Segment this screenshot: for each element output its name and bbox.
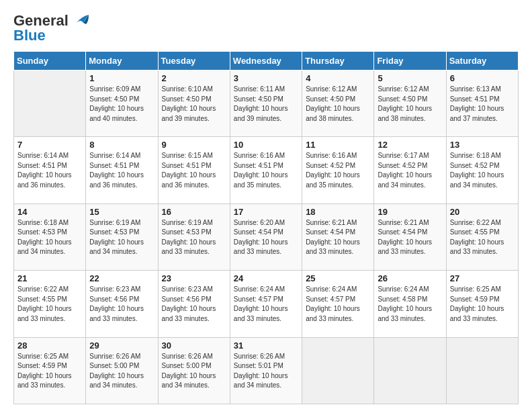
day-number: 19	[378, 207, 442, 217]
day-number: 31	[234, 340, 298, 351]
logo-bird-icon	[70, 13, 90, 28]
day-info: Sunrise: 6:16 AM Sunset: 4:52 PM Dayligh…	[306, 151, 370, 190]
day-cell: 8Sunrise: 6:14 AM Sunset: 4:51 PM Daylig…	[86, 137, 158, 203]
week-row-4: 21Sunrise: 6:22 AM Sunset: 4:55 PM Dayli…	[14, 271, 519, 337]
day-cell: 17Sunrise: 6:20 AM Sunset: 4:54 PM Dayli…	[230, 203, 302, 270]
day-info: Sunrise: 6:16 AM Sunset: 4:51 PM Dayligh…	[234, 151, 298, 190]
day-info: Sunrise: 6:23 AM Sunset: 4:56 PM Dayligh…	[89, 285, 154, 324]
day-info: Sunrise: 6:18 AM Sunset: 4:53 PM Dayligh…	[17, 218, 82, 257]
day-number: 22	[89, 273, 154, 283]
day-number: 2	[162, 73, 226, 83]
day-number: 11	[306, 140, 370, 150]
day-cell: 21Sunrise: 6:22 AM Sunset: 4:55 PM Dayli…	[14, 271, 86, 337]
day-info: Sunrise: 6:09 AM Sunset: 4:50 PM Dayligh…	[89, 85, 154, 124]
day-cell: 30Sunrise: 6:26 AM Sunset: 5:00 PM Dayli…	[158, 337, 230, 404]
day-cell: 9Sunrise: 6:15 AM Sunset: 4:51 PM Daylig…	[158, 137, 230, 203]
day-info: Sunrise: 6:24 AM Sunset: 4:57 PM Dayligh…	[306, 285, 370, 324]
week-row-5: 28Sunrise: 6:25 AM Sunset: 4:59 PM Dayli…	[14, 337, 519, 404]
day-cell: 22Sunrise: 6:23 AM Sunset: 4:56 PM Dayli…	[86, 271, 158, 337]
day-number: 17	[234, 207, 298, 217]
day-cell	[374, 337, 446, 404]
day-number: 20	[450, 207, 515, 217]
day-number: 12	[378, 140, 442, 150]
day-number: 9	[162, 140, 226, 150]
week-row-1: 1Sunrise: 6:09 AM Sunset: 4:50 PM Daylig…	[14, 71, 519, 137]
day-info: Sunrise: 6:22 AM Sunset: 4:55 PM Dayligh…	[450, 218, 515, 257]
day-number: 14	[17, 207, 82, 217]
day-info: Sunrise: 6:26 AM Sunset: 5:00 PM Dayligh…	[89, 352, 154, 391]
day-cell: 11Sunrise: 6:16 AM Sunset: 4:52 PM Dayli…	[302, 137, 374, 203]
week-row-3: 14Sunrise: 6:18 AM Sunset: 4:53 PM Dayli…	[14, 203, 519, 270]
day-number: 3	[234, 73, 298, 83]
day-cell: 15Sunrise: 6:19 AM Sunset: 4:53 PM Dayli…	[86, 203, 158, 270]
day-cell: 3Sunrise: 6:11 AM Sunset: 4:50 PM Daylig…	[230, 71, 302, 137]
day-number: 21	[17, 273, 82, 283]
day-cell: 28Sunrise: 6:25 AM Sunset: 4:59 PM Dayli…	[14, 337, 86, 404]
day-number: 6	[450, 73, 515, 83]
day-cell: 18Sunrise: 6:21 AM Sunset: 4:54 PM Dayli…	[302, 203, 374, 270]
day-cell: 26Sunrise: 6:24 AM Sunset: 4:58 PM Dayli…	[374, 271, 446, 337]
day-info: Sunrise: 6:14 AM Sunset: 4:51 PM Dayligh…	[89, 151, 154, 190]
day-cell: 31Sunrise: 6:26 AM Sunset: 5:01 PM Dayli…	[230, 337, 302, 404]
weekday-header-thursday: Thursday	[302, 52, 374, 71]
day-cell: 23Sunrise: 6:23 AM Sunset: 4:56 PM Dayli…	[158, 271, 230, 337]
day-number: 5	[378, 73, 442, 83]
day-cell: 29Sunrise: 6:26 AM Sunset: 5:00 PM Dayli…	[86, 337, 158, 404]
day-cell: 16Sunrise: 6:19 AM Sunset: 4:53 PM Dayli…	[158, 203, 230, 270]
day-number: 18	[306, 207, 370, 217]
day-number: 24	[234, 273, 298, 283]
day-cell: 13Sunrise: 6:18 AM Sunset: 4:52 PM Dayli…	[446, 137, 518, 203]
day-info: Sunrise: 6:24 AM Sunset: 4:57 PM Dayligh…	[234, 285, 298, 324]
weekday-header-sunday: Sunday	[14, 52, 86, 71]
weekday-header-monday: Monday	[86, 52, 158, 71]
day-cell: 12Sunrise: 6:17 AM Sunset: 4:52 PM Dayli…	[374, 137, 446, 203]
day-cell: 4Sunrise: 6:12 AM Sunset: 4:50 PM Daylig…	[302, 71, 374, 137]
weekday-header-wednesday: Wednesday	[230, 52, 302, 71]
day-number: 10	[234, 140, 298, 150]
weekday-header-row: SundayMondayTuesdayWednesdayThursdayFrid…	[14, 52, 519, 71]
day-number: 8	[89, 140, 154, 150]
page: General Blue SundayMondayTuesdayWednesda…	[0, 0, 532, 411]
day-number: 26	[378, 273, 442, 283]
day-cell: 6Sunrise: 6:13 AM Sunset: 4:51 PM Daylig…	[446, 71, 518, 137]
day-number: 16	[162, 207, 226, 217]
day-info: Sunrise: 6:20 AM Sunset: 4:54 PM Dayligh…	[234, 218, 298, 257]
day-info: Sunrise: 6:25 AM Sunset: 4:59 PM Dayligh…	[450, 285, 515, 324]
day-cell: 14Sunrise: 6:18 AM Sunset: 4:53 PM Dayli…	[14, 203, 86, 270]
day-info: Sunrise: 6:19 AM Sunset: 4:53 PM Dayligh…	[89, 218, 154, 257]
day-info: Sunrise: 6:26 AM Sunset: 5:00 PM Dayligh…	[162, 352, 226, 391]
day-info: Sunrise: 6:11 AM Sunset: 4:50 PM Dayligh…	[234, 85, 298, 124]
day-number: 4	[306, 73, 370, 83]
day-number: 30	[162, 340, 226, 351]
day-cell: 20Sunrise: 6:22 AM Sunset: 4:55 PM Dayli…	[446, 203, 518, 270]
day-number: 28	[17, 340, 82, 351]
day-cell	[14, 71, 86, 137]
day-info: Sunrise: 6:18 AM Sunset: 4:52 PM Dayligh…	[450, 151, 515, 190]
day-cell: 27Sunrise: 6:25 AM Sunset: 4:59 PM Dayli…	[446, 271, 518, 337]
day-number: 15	[89, 207, 154, 217]
weekday-header-friday: Friday	[374, 52, 446, 71]
week-row-2: 7Sunrise: 6:14 AM Sunset: 4:51 PM Daylig…	[14, 137, 519, 203]
day-info: Sunrise: 6:24 AM Sunset: 4:58 PM Dayligh…	[378, 285, 442, 324]
day-info: Sunrise: 6:26 AM Sunset: 5:01 PM Dayligh…	[234, 352, 298, 391]
day-cell: 10Sunrise: 6:16 AM Sunset: 4:51 PM Dayli…	[230, 137, 302, 203]
day-cell: 19Sunrise: 6:21 AM Sunset: 4:54 PM Dayli…	[374, 203, 446, 270]
day-cell: 7Sunrise: 6:14 AM Sunset: 4:51 PM Daylig…	[14, 137, 86, 203]
day-info: Sunrise: 6:14 AM Sunset: 4:51 PM Dayligh…	[17, 151, 82, 190]
weekday-header-tuesday: Tuesday	[158, 52, 230, 71]
day-cell: 1Sunrise: 6:09 AM Sunset: 4:50 PM Daylig…	[86, 71, 158, 137]
day-number: 7	[17, 140, 82, 150]
day-cell: 2Sunrise: 6:10 AM Sunset: 4:50 PM Daylig…	[158, 71, 230, 137]
logo: General Blue	[13, 12, 90, 44]
day-info: Sunrise: 6:12 AM Sunset: 4:50 PM Dayligh…	[306, 85, 370, 124]
day-cell: 24Sunrise: 6:24 AM Sunset: 4:57 PM Dayli…	[230, 271, 302, 337]
day-number: 13	[450, 140, 515, 150]
day-info: Sunrise: 6:22 AM Sunset: 4:55 PM Dayligh…	[17, 285, 82, 324]
day-info: Sunrise: 6:17 AM Sunset: 4:52 PM Dayligh…	[378, 151, 442, 190]
weekday-header-saturday: Saturday	[446, 52, 518, 71]
day-info: Sunrise: 6:10 AM Sunset: 4:50 PM Dayligh…	[162, 85, 226, 124]
day-number: 25	[306, 273, 370, 283]
calendar-table: SundayMondayTuesdayWednesdayThursdayFrid…	[13, 51, 519, 404]
day-info: Sunrise: 6:25 AM Sunset: 4:59 PM Dayligh…	[17, 352, 82, 391]
day-info: Sunrise: 6:21 AM Sunset: 4:54 PM Dayligh…	[378, 218, 442, 257]
